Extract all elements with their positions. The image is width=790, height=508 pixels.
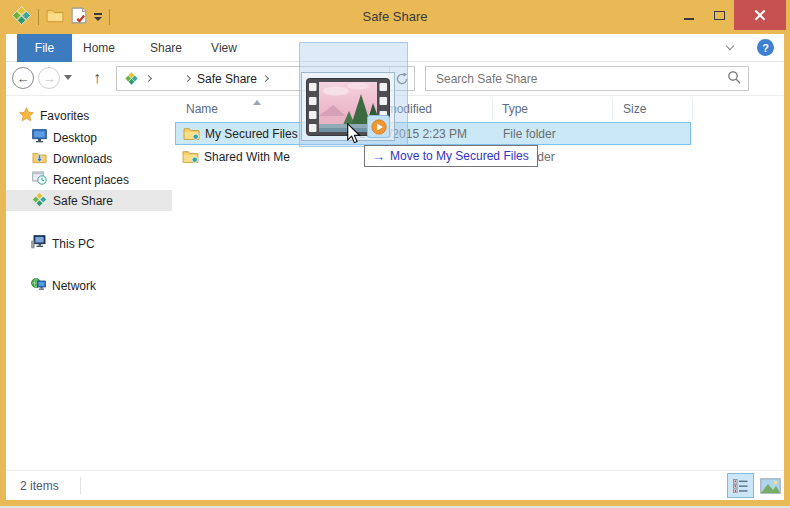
sidebar-item-safe-share[interactable]: Safe Share [6,190,172,211]
folder-icon [182,149,199,167]
move-arrow-icon: → [372,149,385,164]
breadcrumb-chevron-icon[interactable] [262,75,269,82]
column-divider[interactable] [612,99,613,120]
sidebar-item-desktop[interactable]: Desktop [6,127,172,148]
drag-drop-tooltip-text: Move to My Secured Files [390,149,529,163]
up-button[interactable]: ↑ [86,66,108,90]
downloads-icon [32,151,47,167]
sidebar-label: Downloads [53,152,112,166]
search-box [425,66,749,91]
breadcrumb-location-icon [125,72,138,85]
sidebar-item-downloads[interactable]: Downloads [6,148,172,169]
ribbon-expand-chevron-icon[interactable] [726,42,734,50]
window-border [784,34,790,500]
sidebar-label: Recent places [53,173,129,187]
this-pc-icon [31,235,46,252]
divider [80,477,81,494]
network-icon [31,277,46,294]
sidebar-label: Network [52,279,96,293]
file-type: File folder [503,123,556,145]
column-header-size[interactable]: Size [623,102,646,116]
minimize-button[interactable] [674,0,704,30]
navigation-pane: Favorites Desktop Downloads [0,96,174,470]
table-row-my-secured-files[interactable]: My Secured Files 26/08/2015 2:23 PM File… [175,122,691,145]
breadcrumb-chevron-icon[interactable] [145,75,152,82]
column-divider[interactable] [492,99,493,120]
column-header-name[interactable]: Name [186,102,218,116]
window-controls [674,0,786,30]
titlebar: Safe Share [0,0,790,34]
file-name: Shared With Me [204,146,290,168]
mouse-cursor [346,123,361,147]
column-header-type[interactable]: Type [502,102,528,116]
explorer-window: Safe Share File Home Share View ? ← → ↑ [0,0,790,508]
safe-share-logo-icon [32,192,47,210]
items-count: 2 items [20,479,59,493]
sidebar-group-favorites[interactable]: Favorites [6,105,172,126]
sidebar-label: Favorites [40,109,89,123]
breadcrumb-chevron-icon[interactable] [184,75,191,82]
desktop-icon [32,129,47,146]
sort-ascending-icon[interactable] [253,100,261,105]
thumbnails-view-button[interactable] [758,476,782,495]
forward-button[interactable]: → [38,67,60,89]
window-title: Safe Share [0,9,790,24]
sidebar-group-network[interactable]: Network [6,275,172,296]
tab-file[interactable]: File [17,34,72,62]
folder-icon [183,126,200,144]
sidebar-label: Desktop [53,131,97,145]
status-bar: 2 items [0,470,790,500]
star-icon [19,107,34,125]
sidebar-label: This PC [52,237,95,251]
sidebar-label: Safe Share [53,194,113,208]
tab-share[interactable]: Share [138,34,194,62]
breadcrumb-segment[interactable]: Safe Share [197,72,257,86]
search-icon[interactable] [727,70,742,88]
recent-places-icon [32,171,47,188]
details-view-button[interactable] [727,473,754,498]
maximize-button[interactable] [704,0,734,30]
close-button[interactable] [734,0,786,30]
play-button-icon [367,115,390,138]
drag-drop-tooltip: → Move to My Secured Files [364,145,538,167]
tab-view[interactable]: View [198,34,250,62]
help-icon[interactable]: ? [757,39,774,56]
back-button[interactable]: ← [12,67,34,89]
window-border [0,34,6,500]
sidebar-item-recent-places[interactable]: Recent places [6,169,172,190]
history-dropdown-icon[interactable] [64,75,72,80]
tab-home[interactable]: Home [72,34,126,62]
file-name: My Secured Files [205,123,298,145]
search-input[interactable] [436,72,727,86]
sidebar-group-this-pc[interactable]: This PC [6,233,172,254]
column-divider[interactable] [692,99,693,120]
